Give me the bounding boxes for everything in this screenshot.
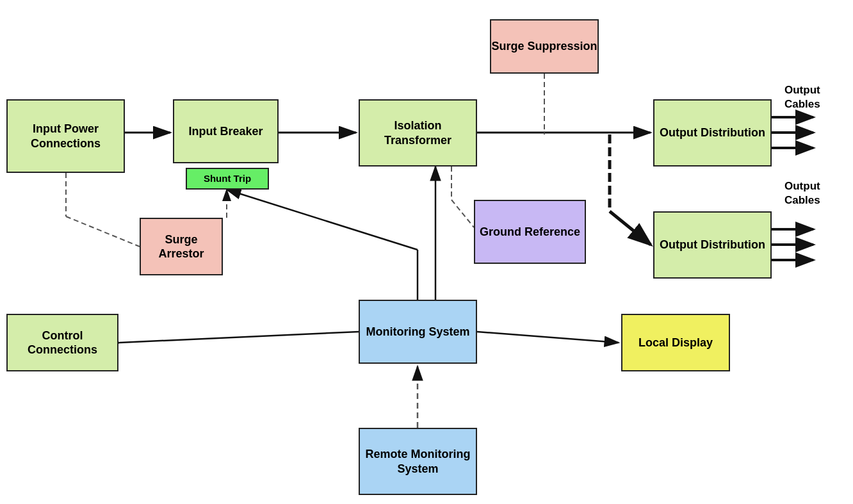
monitoring-system-label: Monitoring System [366, 325, 469, 339]
surge-arrestor-label: Surge Arrestor [141, 232, 222, 261]
output-cables-1-label: Output Cables [784, 83, 849, 111]
ground-reference-label: Ground Reference [480, 225, 580, 240]
svg-line-14 [610, 211, 651, 245]
diagram: Input Power Connections Input Breaker Sh… [0, 0, 853, 504]
input-breaker-box: Input Breaker [173, 99, 279, 163]
local-display-box: Local Display [621, 314, 730, 371]
ground-reference-box: Ground Reference [474, 200, 586, 264]
input-breaker-label: Input Breaker [188, 124, 263, 139]
surge-suppression-label: Surge Suppression [491, 39, 597, 54]
output-dist-2-label: Output Distribution [660, 238, 765, 252]
svg-line-21 [451, 200, 474, 227]
output-dist-1-label: Output Distribution [660, 126, 765, 140]
control-connections-label: Control Connections [8, 329, 117, 357]
monitoring-system-box: Monitoring System [359, 300, 477, 364]
input-power-label: Input Power Connections [8, 122, 124, 150]
surge-arrestor-box: Surge Arrestor [140, 218, 223, 275]
local-display-label: Local Display [638, 336, 713, 350]
remote-monitoring-box: Remote Monitoring System [359, 428, 477, 495]
output-dist-1-box: Output Distribution [653, 99, 772, 167]
remote-monitoring-label: Remote Monitoring System [360, 447, 476, 476]
shunt-trip-label: Shunt Trip [204, 173, 251, 185]
svg-line-26 [120, 332, 359, 343]
input-power-box: Input Power Connections [6, 99, 125, 173]
output-cables-2-label: Output Cables [784, 179, 849, 207]
surge-suppression-box: Surge Suppression [490, 19, 599, 74]
isolation-transformer-box: Isolation Transformer [359, 99, 477, 167]
svg-line-23 [227, 190, 418, 250]
svg-line-25 [477, 332, 619, 343]
control-connections-box: Control Connections [6, 314, 118, 371]
output-dist-2-box: Output Distribution [653, 211, 772, 279]
isolation-transformer-label: Isolation Transformer [360, 118, 476, 147]
shunt-trip-box: Shunt Trip [186, 168, 269, 190]
svg-line-16 [66, 216, 140, 247]
